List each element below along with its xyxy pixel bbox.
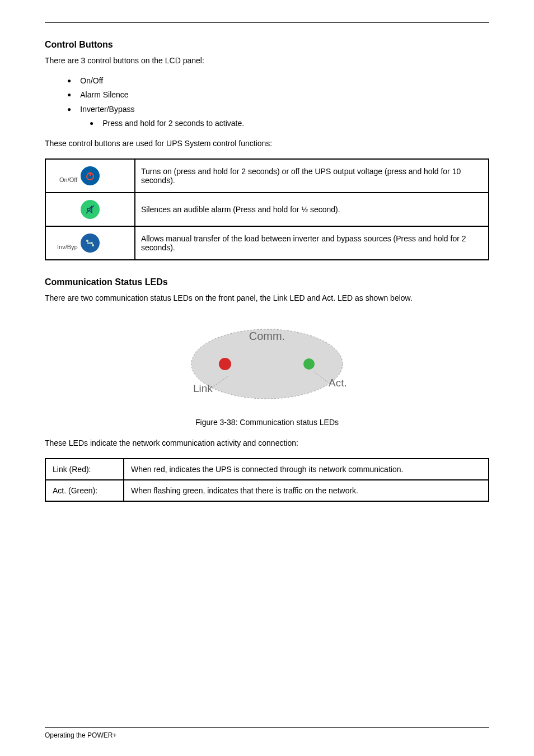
- svg-point-4: [92, 244, 94, 246]
- link-led-name: Link (Red):: [45, 459, 124, 480]
- invbyp-button-cell: Inv/Byp: [45, 226, 135, 260]
- header-rule: [45, 22, 489, 23]
- act-led-name: Act. (Green):: [45, 480, 124, 501]
- transfer-icon: [81, 234, 100, 253]
- bullet-dot-icon: ●: [67, 104, 71, 115]
- bullet-invbyp: ● Inverter/Bypass: [67, 104, 489, 115]
- footer-text: Operating the POWER+: [45, 731, 489, 739]
- link-led-icon: [219, 358, 231, 370]
- bullet-dot-icon: ●: [90, 118, 93, 129]
- bullet-dot-icon: ●: [67, 90, 71, 100]
- intro-2: These control buttons are used for UPS S…: [45, 138, 489, 150]
- figure-caption: Figure 3-38: Communication status LEDs: [45, 418, 489, 427]
- bullet-list-1: ● On/Off ● Alarm Silence ● Inverter/Bypa…: [67, 76, 489, 129]
- act-text: Act.: [329, 377, 347, 389]
- invbyp-desc: Allows manual transfer of the load betwe…: [135, 226, 489, 260]
- bullet-label: On/Off: [80, 76, 103, 87]
- table-row: Link (Red): When red, indicates the UPS …: [45, 459, 489, 480]
- bullet-onoff: ● On/Off: [67, 76, 489, 87]
- footer-rule: [45, 727, 489, 728]
- bullet-label: Inverter/Bypass: [80, 104, 134, 115]
- invbyp-label: Inv/Byp: [57, 244, 78, 250]
- act-led-desc: When flashing green, indicates that ther…: [124, 480, 489, 501]
- bullet-label: Press and hold for 2 seconds to activate…: [102, 118, 244, 129]
- bullet-label: Alarm Silence: [80, 90, 128, 101]
- silence-icon: [81, 200, 100, 219]
- silence-desc: Silences an audible alarm (Press and hol…: [135, 193, 489, 226]
- act-led-icon: [303, 358, 315, 370]
- bullet-dot-icon: ●: [67, 76, 71, 86]
- link-text: Link: [193, 382, 213, 394]
- bullet-invbyp-sub: ● Press and hold for 2 seconds to activa…: [90, 118, 489, 129]
- table-row: Act. (Green): When flashing green, indic…: [45, 480, 489, 501]
- bullet-silence: ● Alarm Silence: [67, 90, 489, 101]
- intro-1: There are 3 control buttons on the LCD p…: [45, 55, 489, 67]
- svg-point-3: [86, 240, 88, 242]
- table-row: On/Off Turns on (press and hold for 2 se…: [45, 159, 489, 193]
- table-row: Inv/Byp Allows manual transfer of the lo…: [45, 226, 489, 260]
- comm-intro: There are two communication status LEDs …: [45, 293, 489, 304]
- page-footer: Operating the POWER+: [45, 727, 489, 739]
- section-title-comm-leds: Communication Status LEDs: [45, 277, 489, 287]
- comm-led-figure: Comm. Link Act.: [45, 315, 489, 412]
- section-title-control-buttons: Control Buttons: [45, 40, 489, 50]
- control-buttons-table: On/Off Turns on (press and hold for 2 se…: [45, 158, 489, 260]
- comm-desc: These LEDs indicate the network communic…: [45, 438, 489, 449]
- onoff-button-cell: On/Off: [45, 159, 135, 193]
- link-led-desc: When red, indicates the UPS is connected…: [124, 459, 489, 480]
- comm-text: Comm.: [249, 330, 285, 342]
- onoff-desc: Turns on (press and hold for 2 seconds) …: [135, 159, 489, 193]
- comm-ellipse-icon: Comm. Link Act.: [172, 315, 362, 410]
- silence-button-cell: [45, 193, 135, 226]
- svg-marker-6: [91, 242, 93, 244]
- power-icon: [81, 166, 100, 185]
- table-row: Silences an audible alarm (Press and hol…: [45, 193, 489, 226]
- onoff-label: On/Off: [59, 176, 77, 183]
- led-table: Link (Red): When red, indicates the UPS …: [45, 458, 489, 502]
